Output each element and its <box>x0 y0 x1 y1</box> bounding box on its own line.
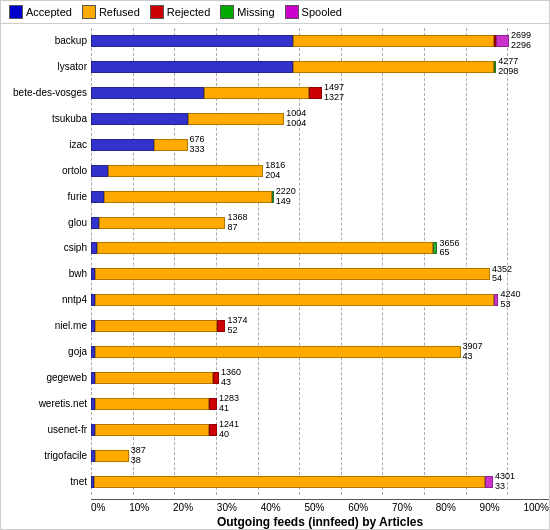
rejected-segment <box>217 320 225 332</box>
y-label: bete-des-vosges <box>13 88 87 98</box>
x-tick: 20% <box>173 502 193 513</box>
bar-bot-val: 43 <box>463 352 483 362</box>
x-tick: 100% <box>523 502 549 513</box>
bar-label-pair: 14971327 <box>324 83 344 103</box>
bar-label-pair: 435254 <box>492 265 512 285</box>
bar-label-pair: 137452 <box>227 316 247 336</box>
accepted-segment <box>91 113 188 125</box>
y-label: backup <box>55 36 87 46</box>
refused-segment <box>104 191 272 203</box>
bar-label-pair: 128341 <box>219 394 239 414</box>
refused-segment <box>108 165 263 177</box>
refused-segment <box>97 242 433 254</box>
legend-item: Accepted <box>9 5 72 19</box>
bar-row: 14971327 <box>91 84 549 102</box>
bar-label-pair: 136043 <box>221 368 241 388</box>
accepted-segment <box>91 217 99 229</box>
refused-segment <box>99 217 225 229</box>
bar-label-pair: 38738 <box>131 446 146 466</box>
refused-segment <box>204 87 309 99</box>
accepted-segment <box>91 35 293 47</box>
refused-segment <box>95 294 494 306</box>
bar-row: 124140 <box>91 421 549 439</box>
y-label: tsukuba <box>52 114 87 124</box>
y-label: weretis.net <box>39 399 87 409</box>
y-label: furie <box>68 192 87 202</box>
legend-color <box>9 5 23 19</box>
bar-label-pair: 1816204 <box>265 161 285 181</box>
bars-area: 2699229642772098149713271004100467633318… <box>91 28 549 495</box>
legend: AcceptedRefusedRejectedMissingSpooled <box>1 1 549 24</box>
bar-bot-val: 43 <box>221 378 241 388</box>
refused-segment <box>154 139 188 151</box>
bar-bot-val: 2296 <box>511 41 531 51</box>
x-ticks: 0%10%20%30%40%50%60%70%80%90%100% <box>91 500 549 513</box>
legend-item: Missing <box>220 5 274 19</box>
bar-bot-val: 65 <box>439 248 459 258</box>
refused-segment <box>94 476 485 488</box>
y-label: usenet-fr <box>48 425 87 435</box>
y-label: niel.me <box>55 321 87 331</box>
y-label: trigofacile <box>44 451 87 461</box>
bar-bot-val: 87 <box>227 223 247 233</box>
bar-bot-val: 333 <box>190 145 205 155</box>
y-label: glou <box>68 218 87 228</box>
legend-color <box>220 5 234 19</box>
bar-bot-val: 149 <box>276 197 296 207</box>
bar-row: 137452 <box>91 317 549 335</box>
refused-segment <box>188 113 285 125</box>
refused-segment <box>95 424 208 436</box>
bar-row: 128341 <box>91 395 549 413</box>
refused-segment <box>95 320 217 332</box>
bar-row: 136043 <box>91 369 549 387</box>
legend-item: Spooled <box>285 5 342 19</box>
legend-item: Refused <box>82 5 140 19</box>
legend-label: Missing <box>237 6 274 18</box>
bar-bot-val: 53 <box>500 300 520 310</box>
y-label: izac <box>69 140 87 150</box>
rejected-segment <box>309 87 322 99</box>
x-title: Outgoing feeds (innfeed) by Articles <box>91 513 549 529</box>
legend-label: Spooled <box>302 6 342 18</box>
rejected-segment <box>213 372 219 384</box>
refused-segment <box>95 346 460 358</box>
accepted-segment <box>91 191 104 203</box>
bar-label-pair: 42772098 <box>498 57 518 77</box>
legend-color <box>285 5 299 19</box>
bar-bot-val: 204 <box>265 171 285 181</box>
bar-bot-val: 38 <box>131 456 146 466</box>
bar-row: 365665 <box>91 239 549 257</box>
y-label: bwh <box>69 269 87 279</box>
refused-segment <box>293 35 495 47</box>
bar-label-pair: 124140 <box>219 420 239 440</box>
accepted-segment <box>91 139 154 151</box>
bar-bot-val: 52 <box>227 326 247 336</box>
legend-color <box>82 5 96 19</box>
bar-row: 26992296 <box>91 32 549 50</box>
bar-row: 10041004 <box>91 110 549 128</box>
bar-row: 2220149 <box>91 188 549 206</box>
chart-container: AcceptedRefusedRejectedMissingSpooled ba… <box>0 0 550 530</box>
accepted-segment <box>91 61 293 73</box>
x-tick: 10% <box>129 502 149 513</box>
bar-row: 38738 <box>91 447 549 465</box>
refused-segment <box>95 372 213 384</box>
bar-row: 42772098 <box>91 58 549 76</box>
bar-bot-val: 40 <box>219 430 239 440</box>
refused-segment <box>95 450 129 462</box>
missing-segment <box>433 242 437 254</box>
x-tick: 40% <box>261 502 281 513</box>
bar-label-pair: 2220149 <box>276 187 296 207</box>
rejected-segment <box>209 424 217 436</box>
bar-row: 435254 <box>91 265 549 283</box>
bar-row: 390743 <box>91 343 549 361</box>
accepted-segment <box>91 165 108 177</box>
legend-label: Accepted <box>26 6 72 18</box>
bar-label-pair: 136887 <box>227 213 247 233</box>
spooled-segment <box>496 35 509 47</box>
x-tick: 70% <box>392 502 412 513</box>
bar-label-pair: 430133 <box>495 472 515 492</box>
y-label: nntp4 <box>62 295 87 305</box>
missing-segment <box>494 61 496 73</box>
bar-label-pair: 26992296 <box>511 31 531 51</box>
